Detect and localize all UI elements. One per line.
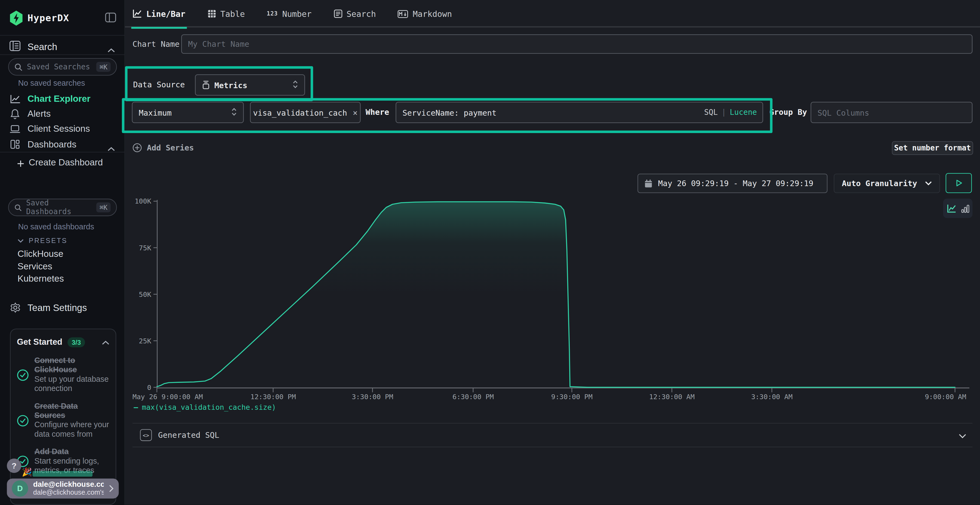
generated-sql-toggle[interactable]: <> Generated SQL — [132, 423, 973, 447]
get-started-item-title: Connect to ClickHouse — [34, 356, 110, 375]
y-tick-label: 50K — [139, 291, 151, 299]
tab-number[interactable]: 123 Number — [267, 0, 312, 27]
sidebar-item-client-sessions[interactable]: Client Sessions — [0, 121, 125, 136]
calendar-icon — [644, 179, 652, 188]
run-query-button[interactable] — [946, 173, 972, 193]
search-section-chevron-up-icon[interactable] — [108, 44, 115, 56]
help-button[interactable]: ? — [7, 459, 21, 473]
lucene-toggle[interactable]: Lucene — [730, 108, 757, 117]
search-icon — [14, 203, 22, 211]
presets-toggle[interactable]: PRESETS — [18, 237, 67, 245]
get-started-item[interactable]: Connect to ClickHouseSet up your databas… — [17, 356, 110, 394]
date-range-picker[interactable]: May 26 09:29:19 - May 27 09:29:19 — [638, 173, 827, 193]
markdown-icon — [398, 10, 408, 18]
sidebar-item-kubernetes[interactable]: Kubernetes — [18, 274, 64, 284]
tab-markdown[interactable]: Markdown — [398, 0, 452, 27]
sidebar-item-services[interactable]: Services — [18, 261, 52, 271]
gear-icon — [9, 302, 21, 313]
tab-label: Number — [282, 9, 312, 18]
line-chart-icon — [9, 94, 21, 103]
sidebar: HyperDX Search Saved Searches ⌘K No save… — [0, 0, 125, 505]
get-started-chevron-up-icon[interactable] — [102, 336, 110, 348]
y-tick-label: 100K — [135, 197, 152, 205]
bell-icon — [9, 108, 21, 119]
saved-dashboards-placeholder: Saved Dashboards — [26, 199, 92, 216]
aggregation-value: Maximum — [139, 108, 172, 117]
sidebar-item-chart-explorer[interactable]: Chart Explorer — [0, 91, 125, 106]
toggle-divider: | — [721, 108, 726, 117]
chart-name-input[interactable] — [181, 34, 973, 54]
select-updown-icon — [293, 80, 298, 91]
saved-searches-input[interactable]: Saved Searches ⌘K — [8, 58, 117, 76]
get-started-item[interactable]: Create Data SourcesConfigure where your … — [17, 402, 110, 439]
data-source-select[interactable]: Metrics — [195, 74, 305, 95]
chevron-down-icon — [925, 181, 932, 186]
dashboards-chevron-up-icon — [108, 142, 115, 154]
sidebar-item-label: Create Dashboard — [29, 157, 103, 168]
code-icon: <> — [140, 429, 152, 441]
get-started-title: Get Started — [17, 337, 62, 347]
sidebar-item-label: Alerts — [27, 108, 51, 119]
sidebar-item-team-settings[interactable]: Team Settings — [0, 300, 125, 315]
sidebar-item-clickhouse[interactable]: ClickHouse — [18, 249, 63, 259]
tab-label: Markdown — [413, 9, 452, 18]
sidebar-item-create-dashboard[interactable]: Create Dashboard — [0, 155, 125, 170]
sidebar-item-alerts[interactable]: Alerts — [0, 106, 125, 121]
set-number-format-button[interactable]: Set number format — [892, 141, 973, 155]
list-icon — [334, 9, 342, 18]
sidebar-item-dashboards[interactable]: Dashboards — [0, 137, 125, 152]
saved-searches-placeholder: Saved Searches — [27, 63, 90, 71]
divider — [0, 152, 125, 152]
123-icon: 123 — [267, 11, 278, 17]
saved-dashboards-input[interactable]: Saved Dashboards ⌘K — [8, 199, 117, 216]
chevron-down-icon — [18, 238, 24, 243]
x-tick-label: 3:30:00 PM — [352, 393, 393, 401]
y-tick-label: 75K — [139, 244, 151, 252]
granularity-value: Auto Granularity — [842, 179, 917, 188]
tab-label: Table — [221, 9, 245, 18]
query-language-toggle: SQL | Lucene — [704, 102, 757, 123]
tab-table[interactable]: Table — [207, 0, 245, 27]
brand-title: HyperDX — [27, 13, 69, 24]
chevron-down-icon — [959, 429, 966, 441]
granularity-select[interactable]: Auto Granularity — [834, 173, 940, 193]
timeseries-chart: 100K75K50K25K0May 26 9:00:00 AM12:30:00 … — [125, 194, 980, 403]
table-icon — [207, 9, 216, 18]
x-tick-label: 12:30:00 AM — [649, 393, 694, 401]
group-by-input[interactable] — [811, 102, 973, 123]
x-tick-label: 6:30:00 PM — [452, 393, 494, 401]
chart-type-tabbar: Line/Bar Table 123 Number Search Markdow… — [125, 0, 980, 27]
where-label: Where — [366, 102, 389, 123]
data-source-value: Metrics — [214, 80, 247, 89]
add-series-button[interactable]: Add Series — [132, 143, 194, 152]
data-source-label: Data Source — [133, 74, 185, 95]
plus-icon — [17, 158, 24, 170]
metric-field-chip[interactable]: visa_validation_cach × — [250, 102, 360, 123]
sidebar-item-search[interactable]: Search — [27, 41, 57, 52]
chevron-right-icon — [109, 483, 113, 495]
sidebar-collapse-icon[interactable] — [105, 13, 116, 25]
search-section-icon — [9, 41, 21, 54]
legend-series-label: max(visa_validation_cache.size) — [142, 403, 276, 412]
metrics-source-icon — [202, 81, 210, 89]
no-saved-dashboards-note: No saved dashboards — [18, 222, 94, 231]
user-menu[interactable]: D dale@clickhouse.com dale@clickhouse.co… — [7, 479, 119, 499]
add-series-label: Add Series — [147, 143, 194, 152]
tab-search[interactable]: Search — [334, 0, 376, 27]
completed-item-strike — [32, 471, 92, 477]
user-subtitle: dale@clickhouse.com's — [33, 488, 104, 497]
x-tick-label: 9:00:00 AM — [925, 393, 966, 401]
avatar: D — [12, 481, 28, 497]
aggregation-select[interactable]: Maximum — [132, 102, 243, 123]
sql-toggle[interactable]: SQL — [704, 108, 718, 117]
date-range-value: May 26 09:29:19 - May 27 09:29:19 — [658, 179, 813, 188]
line-chart-icon — [132, 9, 142, 18]
check-circle-icon — [17, 414, 29, 426]
tab-line-bar[interactable]: Line/Bar — [132, 0, 185, 27]
get-started-item-desc: Configure where your data comes from — [34, 420, 110, 439]
plus-circle-icon — [132, 143, 142, 152]
get-started-item-title: Create Data Sources — [34, 402, 110, 420]
chart-name-label: Chart Name — [132, 34, 180, 54]
remove-metric-icon[interactable]: × — [353, 108, 358, 117]
no-saved-searches-note: No saved searches — [18, 79, 85, 87]
